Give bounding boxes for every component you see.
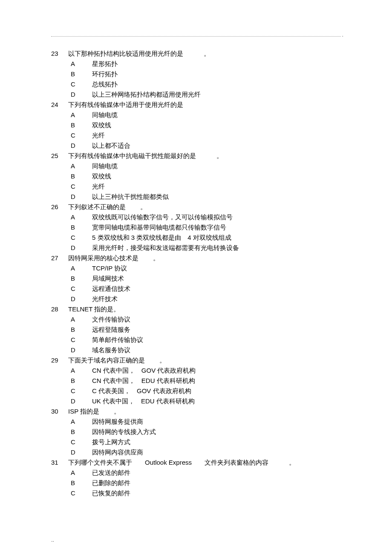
- choice-row: A双绞线既可以传输数字信号，又可以传输模拟信号: [51, 212, 341, 222]
- choice-row: A同轴电缆: [51, 110, 341, 120]
- question-stem: 下列叙述不正确的是。: [68, 202, 341, 212]
- choice-text: 光纤: [92, 181, 341, 192]
- choice-row: D采用光纤时，接受端和发送端都需要有光电转换设备: [51, 243, 341, 253]
- choice-text: 同轴电缆: [92, 110, 341, 120]
- choice-row: A已发送的邮件: [51, 468, 341, 478]
- choice-text: 双绞线既可以传输数字信号，又可以传输模拟信号: [92, 212, 341, 222]
- choice-text: 以上三种网络拓扑结构都适用使用光纤: [92, 89, 341, 100]
- choice-letter: A: [68, 314, 92, 325]
- question-number: 25: [51, 151, 68, 161]
- choice-letter: C: [68, 79, 92, 89]
- choice-row: D以上都不适合: [51, 141, 341, 151]
- choice-row: CC 代表美国， GOV 代表政府机构: [51, 386, 341, 396]
- stem-punct: 。: [204, 50, 210, 57]
- choice-letter: A: [68, 468, 92, 478]
- choice-text: 双绞线: [92, 171, 341, 181]
- stem-text: 下面关于域名内容正确的是: [68, 357, 145, 364]
- choice-row: B双绞线: [51, 171, 341, 181]
- choice-row: A因特网服务提供商: [51, 417, 341, 427]
- question-number: 28: [51, 304, 68, 314]
- choice-text: 因特网服务提供商: [92, 417, 341, 427]
- choice-row: A星形拓扑: [51, 59, 341, 69]
- question-row: 25下列有线传输媒体中抗电磁干扰性能最好的是。: [51, 151, 341, 161]
- question-stem: 下列有线传输媒体中适用于使用光纤的是: [68, 100, 341, 110]
- choice-text: 远程通信技术: [92, 284, 341, 294]
- choice-text: CN 代表中国， GOV 代表政府机构: [92, 365, 341, 376]
- choice-letter: B: [68, 478, 92, 488]
- choice-letter: C: [68, 284, 92, 294]
- question-row: 30ISP 指的是。: [51, 406, 341, 417]
- question-stem: 下列哪个文件夹不属于 Outlook Express 文件夹列表窗格的内容。: [68, 457, 341, 468]
- choice-row: C总线拓扑: [51, 79, 341, 89]
- choice-letter: A: [68, 417, 92, 427]
- question-number: 30: [51, 406, 68, 417]
- choice-row: ATCP/IP 协议: [51, 263, 341, 273]
- choice-letter: D: [68, 192, 92, 202]
- choice-row: A文件传输协议: [51, 314, 341, 325]
- choice-row: B环行拓扑: [51, 69, 341, 79]
- choice-text: 远程登陆服务: [92, 325, 341, 335]
- choice-letter: C: [68, 130, 92, 141]
- choice-row: B已删除的邮件: [51, 478, 341, 488]
- choice-text: C 代表美国， GOV 代表政府机构: [92, 386, 341, 396]
- choice-text: 采用光纤时，接受端和发送端都需要有光电转换设备: [92, 243, 341, 253]
- choice-text: 已删除的邮件: [92, 478, 341, 488]
- choice-text: 因特网的专线接入方式: [92, 427, 341, 437]
- choice-letter: A: [68, 59, 92, 69]
- choice-text: 局域网技术: [92, 273, 341, 284]
- question-row: 31下列哪个文件夹不属于 Outlook Express 文件夹列表窗格的内容。: [51, 457, 341, 468]
- choice-text: 已发送的邮件: [92, 468, 341, 478]
- choice-row: D域名服务协议: [51, 345, 341, 355]
- choice-row: D光纤技术: [51, 294, 341, 304]
- stem-punct: 。: [289, 459, 295, 466]
- choice-text: CN 代表中国， EDU 代表科研机构: [92, 376, 341, 386]
- stem-text: 以下那种拓扑结构比较适用使用光纤的是: [68, 50, 183, 57]
- stem-text: 下列有线传输媒体中抗电磁干扰性能最好的是: [68, 152, 196, 159]
- choice-letter: B: [68, 171, 92, 181]
- question-stem: 下列有线传输媒体中抗电磁干扰性能最好的是。: [68, 151, 341, 161]
- choice-text: 环行拓扑: [92, 69, 341, 79]
- choice-letter: B: [68, 273, 92, 284]
- choice-text: 5 类双绞线和 3 类双绞线都是由 4 对双绞线组成: [92, 233, 341, 243]
- choice-text: 同轴电缆: [92, 161, 341, 171]
- choice-text: UK 代表中国， EDU 代表科研机构: [92, 396, 341, 406]
- choice-text: 宽带同轴电缆和基带同轴电缆都只传输数字信号: [92, 222, 341, 233]
- choice-letter: D: [68, 447, 92, 457]
- choice-text: 文件传输协议: [92, 314, 341, 325]
- question-row: 24下列有线传输媒体中适用于使用光纤的是: [51, 100, 341, 110]
- choice-letter: B: [68, 69, 92, 79]
- choice-letter: C: [68, 437, 92, 447]
- stem-text: TELNET 指的是。: [68, 305, 120, 313]
- choice-row: C已恢复的邮件: [51, 488, 341, 498]
- choice-letter: D: [68, 141, 92, 151]
- choice-row: C光纤: [51, 181, 341, 192]
- question-row: 28TELNET 指的是。: [51, 304, 341, 314]
- question-row: 23以下那种拓扑结构比较适用使用光纤的是。: [51, 49, 341, 59]
- choice-row: C5 类双绞线和 3 类双绞线都是由 4 对双绞线组成: [51, 233, 341, 243]
- choice-row: D以上三种网络拓扑结构都适用使用光纤: [51, 89, 341, 100]
- question-row: 29下面关于域名内容正确的是。: [51, 355, 341, 365]
- choice-text: 以上都不适合: [92, 141, 341, 151]
- question-number: 29: [51, 355, 68, 365]
- question-number: 31: [51, 457, 68, 468]
- stem-text: 下列哪个文件夹不属于 Outlook Express 文件夹列表窗格的内容: [68, 459, 268, 466]
- choice-letter: A: [68, 110, 92, 120]
- top-rule: [51, 36, 341, 37]
- stem-text: ISP 指的是: [68, 408, 99, 415]
- document-page: 23以下那种拓扑结构比较适用使用光纤的是。A星形拓扑B环行拓扑C总线拓扑D以上三…: [0, 0, 392, 555]
- choice-text: 以上三种抗干扰性能都类似: [92, 192, 341, 202]
- choice-text: 光纤: [92, 130, 341, 141]
- question-stem: ISP 指的是。: [68, 406, 341, 417]
- choice-row: C远程通信技术: [51, 284, 341, 294]
- question-number: 23: [51, 49, 68, 59]
- stem-punct: 。: [159, 357, 166, 364]
- choice-letter: A: [68, 161, 92, 171]
- choice-text: 已恢复的邮件: [92, 488, 341, 498]
- choice-text: 域名服务协议: [92, 345, 341, 355]
- choice-row: B双绞线: [51, 120, 341, 130]
- choice-row: B远程登陆服务: [51, 325, 341, 335]
- questions-block: 23以下那种拓扑结构比较适用使用光纤的是。A星形拓扑B环行拓扑C总线拓扑D以上三…: [51, 49, 341, 498]
- choice-letter: C: [68, 233, 92, 243]
- stem-text: 下列叙述不正确的是: [68, 203, 126, 210]
- choice-row: D以上三种抗干扰性能都类似: [51, 192, 341, 202]
